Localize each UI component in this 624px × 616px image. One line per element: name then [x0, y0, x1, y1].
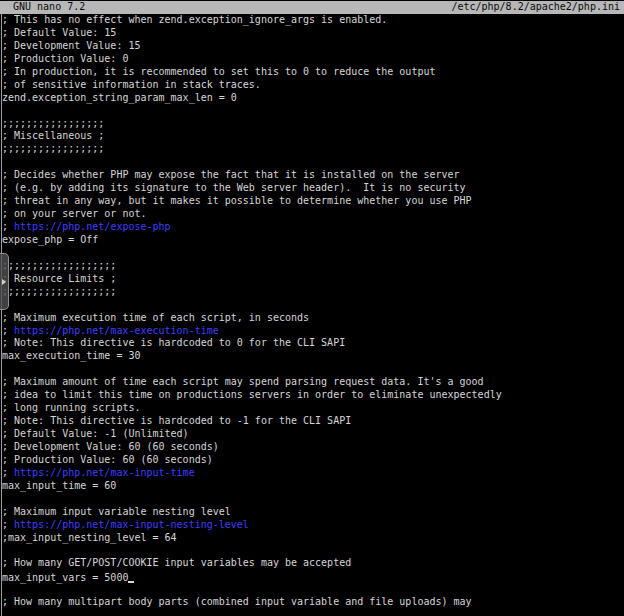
line-text: ; Production Value: 60 (60 seconds) [2, 454, 213, 465]
editor-line[interactable] [2, 156, 624, 169]
line-text: ; Resource Limits ; [2, 273, 116, 284]
editor-line[interactable]: ; Production Value: 0 [2, 53, 624, 66]
editor-line[interactable]: zend.exception_string_param_max_len = 0 [2, 92, 624, 105]
line-text: expose_php = Off [2, 234, 98, 245]
line-text: ;max_input_nesting_level = 64 [2, 532, 177, 543]
url-text: https://php.net/max-input-time [14, 467, 195, 478]
nano-titlebar: GNU nano 7.2 /etc/php/8.2/apache2/php.in… [0, 1, 624, 14]
line-text: ; Development Value: 60 (60 seconds) [2, 441, 219, 452]
line-text: max_execution_time = 30 [2, 350, 140, 361]
editor-line[interactable]: max_input_vars = 5000 [2, 570, 624, 583]
line-text: ; Maximum input variable nesting level [2, 506, 231, 517]
editor-line[interactable]: ; of sensitive information in stack trac… [2, 79, 624, 92]
sidebar-reveal-handle[interactable] [0, 253, 9, 310]
line-text: ; Development Value: 15 [2, 40, 140, 51]
editor-line[interactable]: ; In production, it is recommended to se… [2, 66, 624, 79]
line-text: ; [2, 325, 14, 336]
editor-line[interactable] [2, 299, 624, 312]
editor-line[interactable]: max_execution_time = 30 [2, 350, 624, 363]
editor-line[interactable]: ; Production Value: 60 (60 seconds) [2, 454, 624, 467]
editor-line[interactable]: ; Development Value: 60 (60 seconds) [2, 441, 624, 454]
editor-line[interactable]: ;;;;;;;;;;;;;;;;; [2, 118, 624, 131]
terminal-screen: GNU nano 7.2 /etc/php/8.2/apache2/php.in… [0, 0, 624, 616]
editor-line[interactable]: ; Maximum amount of time each script may… [2, 376, 624, 389]
line-text: ;;;;;;;;;;;;;;;;;;; [2, 260, 116, 271]
editor-line[interactable]: ; https://php.net/max-input-nesting-leve… [2, 519, 624, 532]
editor-line[interactable]: ; How many multipart body parts (combine… [2, 596, 624, 609]
editor-line[interactable] [2, 544, 624, 557]
line-text: ; Default Value: 15 [2, 27, 116, 38]
line-text: ; (e.g. by adding its signature to the W… [2, 182, 466, 193]
line-text: ; In production, it is recommended to se… [2, 66, 435, 77]
line-text: ; How many GET/POST/COOKIE input variabl… [2, 557, 351, 568]
editor-line[interactable]: ; idea to limit this time on productions… [2, 389, 624, 402]
editor-line[interactable]: max_input_time = 60 [2, 480, 624, 493]
line-text: ; [2, 221, 14, 232]
line-text: ; Note: This directive is hardcoded to -… [2, 415, 351, 426]
line-text: ; How many multipart body parts (combine… [2, 596, 472, 607]
line-text: ; Maximum execution time of each script,… [2, 312, 309, 323]
editor-line[interactable]: ; Development Value: 15 [2, 40, 624, 53]
editor-line[interactable]: ; Resource Limits ; [2, 273, 624, 286]
editor-line[interactable]: ; Maximum input variable nesting level [2, 506, 624, 519]
editor-line[interactable]: ; threat in any way, but it makes it pos… [2, 195, 624, 208]
editor-line[interactable]: ; on your server or not. [2, 208, 624, 221]
editor-line[interactable]: ;max_input_nesting_level = 64 [2, 532, 624, 545]
editor-line[interactable]: ; Default Value: -1 (Unlimited) [2, 428, 624, 441]
line-text: ; Maximum amount of time each script may… [2, 376, 484, 387]
editor-line[interactable]: ; Default Value: 15 [2, 27, 624, 40]
line-text: ;;;;;;;;;;;;;;;;; [2, 143, 104, 154]
line-text: ;;;;;;;;;;;;;;;;; [2, 118, 104, 129]
line-text: ; of sensitive information in stack trac… [2, 79, 261, 90]
editor-line[interactable]: ; Maximum execution time of each script,… [2, 312, 624, 325]
line-text: max_input_vars = 5000 [2, 572, 128, 583]
line-text: ; idea to limit this time on productions… [2, 389, 502, 400]
line-text: max_input_time = 60 [2, 480, 116, 491]
line-text: ;;;;;;;;;;;;;;;;;;; [2, 286, 116, 297]
editor-line[interactable]: ;;;;;;;;;;;;;;;;; [2, 143, 624, 156]
nano-file-path: /etc/php/8.2/apache2/php.ini [451, 1, 620, 14]
text-cursor [128, 570, 134, 583]
editor-line[interactable]: ; Miscellaneous ; [2, 130, 624, 143]
line-text: zend.exception_string_param_max_len = 0 [2, 92, 237, 103]
editor-line[interactable]: ; https://php.net/max-input-time [2, 467, 624, 480]
editor-line[interactable]: ; long running scripts. [2, 402, 624, 415]
line-text: ; [2, 467, 14, 478]
editor-line[interactable]: ; https://php.net/expose-php [2, 221, 624, 234]
editor-line[interactable]: ; This has no effect when zend.exception… [2, 14, 624, 27]
line-text: ; Production Value: 0 [2, 53, 128, 64]
line-text: ; on your server or not. [2, 208, 147, 219]
editor-line[interactable] [2, 493, 624, 506]
editor-line[interactable]: ; (e.g. by adding its signature to the W… [2, 182, 624, 195]
editor-line[interactable] [2, 247, 624, 260]
editor-line[interactable] [2, 105, 624, 118]
editor-line[interactable]: ; Decides whether PHP may expose the fac… [2, 169, 624, 182]
editor-line[interactable] [2, 583, 624, 596]
line-text: ; Default Value: -1 (Unlimited) [2, 428, 189, 439]
chevron-right-icon [2, 279, 6, 285]
editor-line[interactable]: ; Note: This directive is hardcoded to 0… [2, 337, 624, 350]
editor-line[interactable]: ;;;;;;;;;;;;;;;;;;; [2, 260, 624, 273]
editor-line[interactable]: ;;;;;;;;;;;;;;;;;;; [2, 286, 624, 299]
editor-line[interactable]: ; Note: This directive is hardcoded to -… [2, 415, 624, 428]
line-text: ; threat in any way, but it makes it pos… [2, 195, 472, 206]
editor-line[interactable]: expose_php = Off [2, 234, 624, 247]
line-text: ; [2, 519, 14, 530]
url-text: https://php.net/max-execution-time [14, 325, 219, 336]
editor-line[interactable] [2, 363, 624, 376]
line-text: ; Decides whether PHP may expose the fac… [2, 169, 460, 180]
line-text: ; This has no effect when zend.exception… [2, 14, 387, 25]
nano-app-version: GNU nano 7.2 [13, 1, 85, 14]
editor-line[interactable]: ; https://php.net/max-execution-time [2, 325, 624, 338]
line-text: ; Note: This directive is hardcoded to 0… [2, 337, 345, 348]
url-text: https://php.net/expose-php [14, 221, 171, 232]
line-text: ; Miscellaneous ; [2, 130, 104, 141]
line-text: ; long running scripts. [2, 402, 140, 413]
url-text: https://php.net/max-input-nesting-level [14, 519, 249, 530]
editor-line[interactable]: ; How many GET/POST/COOKIE input variabl… [2, 557, 624, 570]
editor-buffer[interactable]: ; This has no effect when zend.exception… [2, 14, 624, 609]
